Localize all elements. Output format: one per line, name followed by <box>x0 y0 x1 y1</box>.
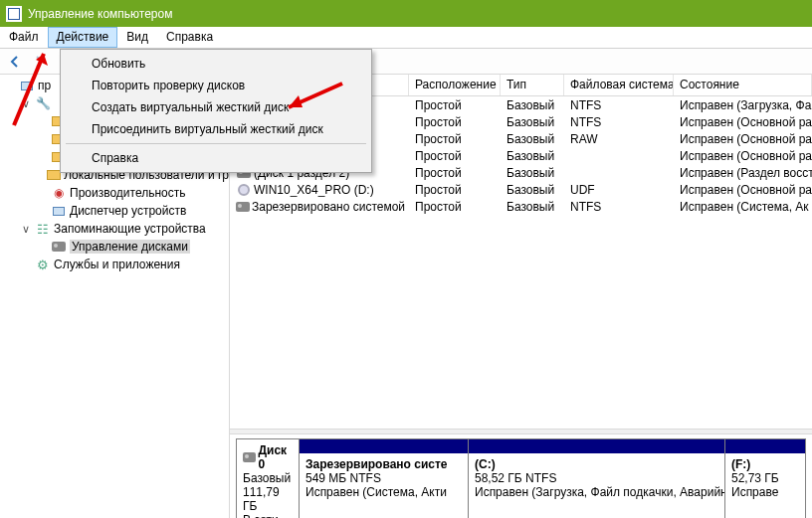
tree-item[interactable]: ◉Производительность <box>0 184 229 202</box>
menu-item[interactable]: Повторить проверку дисков <box>64 75 368 96</box>
volume-layout: Простой <box>409 200 501 214</box>
tree-label: Диспетчер устройств <box>70 204 186 218</box>
volume-fs: NTFS <box>564 115 674 129</box>
volume-fs: NTFS <box>564 200 674 214</box>
action-menu-dropdown: ОбновитьПовторить проверку дисковСоздать… <box>60 49 372 173</box>
menu-separator <box>66 143 366 144</box>
tree-item[interactable]: Диспетчер устройств <box>0 202 229 220</box>
menu-файл[interactable]: Файл <box>0 27 48 48</box>
tree-toggle[interactable]: ∨ <box>20 223 32 236</box>
volume-layout: Простой <box>409 149 501 163</box>
volume-row[interactable]: Зарезервировано системойПростойБазовыйNT… <box>230 198 812 215</box>
volume-name: Зарезервировано системой <box>252 200 405 214</box>
column-header[interactable]: Файловая система <box>564 75 674 95</box>
volume-type: Базовый <box>501 115 564 129</box>
partition[interactable]: (F:)52,73 ГБИсправе <box>725 439 805 519</box>
tree-toggle[interactable]: ∨ <box>20 97 32 110</box>
tree-label: Управление дисками <box>70 240 190 254</box>
tree-item[interactable]: ⚙Службы и приложения <box>0 256 229 273</box>
volume-layout: Простой <box>409 166 501 180</box>
partition-name: Зарезервировано систе <box>305 457 462 471</box>
volume-row[interactable]: WIN10_X64_PRO (D:)ПростойБазовыйUDFИспра… <box>230 181 812 198</box>
disk-row: Диск 0Базовый111,79 ГБВ сетиЗарезервиров… <box>236 438 806 519</box>
volume-type: Базовый <box>501 166 564 180</box>
window-title: Управление компьютером <box>28 7 172 21</box>
volume-status: Исправен (Загрузка, Фа <box>674 98 812 112</box>
partition-status: Исправен (Загрузка, Файл подкачки, Авари… <box>475 485 718 499</box>
menu-вид[interactable]: Вид <box>117 27 157 48</box>
forward-button[interactable] <box>28 51 50 73</box>
column-header[interactable]: Тип <box>501 75 564 95</box>
tree-label: Производительность <box>70 186 185 200</box>
volume-status: Исправен (Основной ра <box>674 115 812 129</box>
menu-bar: ФайлДействиеВидСправка <box>0 27 812 49</box>
partition-bar <box>469 439 724 453</box>
volume-type: Базовый <box>501 200 564 214</box>
partition[interactable]: (C:)58,52 ГБ NTFSИсправен (Загрузка, Фай… <box>469 439 725 519</box>
menu-item[interactable]: Обновить <box>64 53 368 75</box>
volume-type: Базовый <box>501 149 564 163</box>
volume-layout: Простой <box>409 98 501 112</box>
menu-item[interactable]: Создать виртуальный жесткий диск <box>64 96 368 118</box>
tree-item[interactable]: Управление дисками <box>0 238 229 256</box>
partition-name: (C:) <box>475 457 718 471</box>
disk-status: В сети <box>243 513 293 519</box>
app-icon <box>6 6 22 22</box>
title-bar: Управление компьютером <box>0 0 812 27</box>
volume-layout: Простой <box>409 132 501 146</box>
tree-item[interactable]: ∨☷Запоминающие устройства <box>0 220 229 238</box>
tree-label: Запоминающие устройства <box>54 222 206 236</box>
volume-status: Исправен (Основной ра <box>674 132 812 146</box>
volume-status: Исправен (Система, Ак <box>674 200 812 214</box>
partition-size: 58,52 ГБ NTFS <box>475 471 718 485</box>
disk-map: Диск 0Базовый111,79 ГБВ сетиЗарезервиров… <box>230 434 812 519</box>
volume-layout: Простой <box>409 115 501 129</box>
disk-type: Базовый <box>243 471 293 485</box>
disk-info[interactable]: Диск 0Базовый111,79 ГБВ сети <box>237 439 300 519</box>
disk-size: 111,79 ГБ <box>243 485 293 513</box>
partition-bar <box>300 439 468 453</box>
partition-bar <box>725 439 805 453</box>
volume-fs: NTFS <box>564 98 674 112</box>
disk-name: Диск 0 <box>259 443 294 471</box>
disk-icon <box>236 199 250 215</box>
partition[interactable]: Зарезервировано систе549 МБ NTFSИсправен… <box>300 439 469 519</box>
volume-status: Исправен (Раздел восст <box>674 166 812 180</box>
volume-layout: Простой <box>409 183 501 197</box>
back-button[interactable] <box>4 51 26 73</box>
partition-size: 549 МБ NTFS <box>305 471 462 485</box>
volume-status: Исправен (Основной ра <box>674 149 812 163</box>
partition-status: Исправен (Система, Акти <box>305 485 462 499</box>
partition-name: (F:) <box>731 457 799 471</box>
tree-label: пр <box>38 79 51 92</box>
disk-icon <box>243 452 256 462</box>
menu-действие[interactable]: Действие <box>48 27 118 48</box>
menu-справка[interactable]: Справка <box>157 27 222 48</box>
volume-fs: RAW <box>564 132 674 146</box>
volume-name: WIN10_X64_PRO (D:) <box>254 183 374 197</box>
menu-item[interactable]: Присоединить виртуальный жесткий диск <box>64 118 368 140</box>
partition-size: 52,73 ГБ <box>731 471 799 485</box>
column-header[interactable]: Состояние <box>674 75 812 95</box>
volume-status: Исправен (Основной ра <box>674 183 812 197</box>
volume-type: Базовый <box>501 98 564 112</box>
menu-item[interactable]: Справка <box>64 147 368 169</box>
volume-type: Базовый <box>501 183 564 197</box>
tree-label: Службы и приложения <box>54 258 180 271</box>
partition-status: Исправе <box>731 485 799 499</box>
cd-icon <box>236 182 252 198</box>
volume-fs: UDF <box>564 183 674 197</box>
column-header[interactable]: Расположение <box>409 75 501 95</box>
volume-type: Базовый <box>501 132 564 146</box>
